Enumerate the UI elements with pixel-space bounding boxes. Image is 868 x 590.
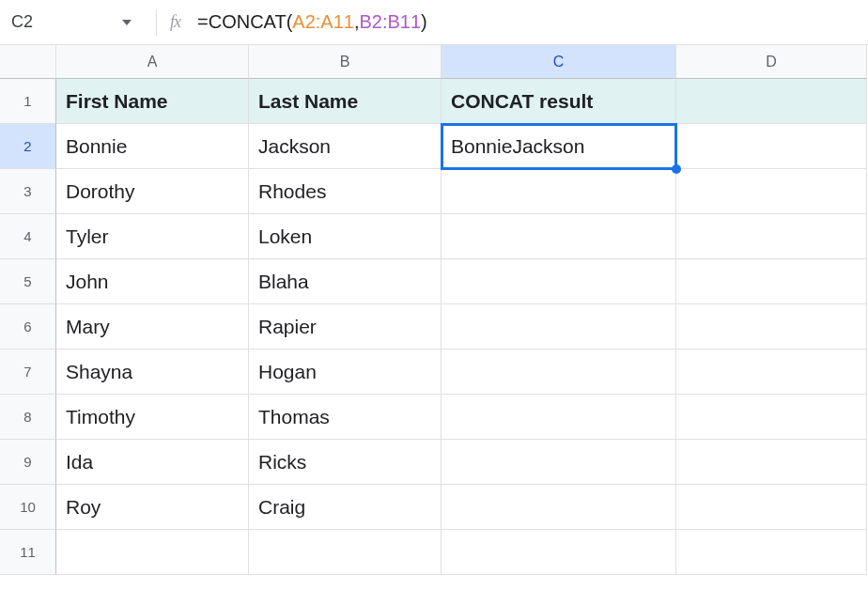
cell[interactable]: Hogan: [249, 349, 442, 395]
cell[interactable]: Ida: [56, 440, 249, 485]
row-header[interactable]: 4: [0, 214, 56, 259]
cell[interactable]: [442, 259, 676, 304]
fill-handle[interactable]: [672, 164, 681, 174]
cell[interactable]: Last Name: [249, 79, 442, 124]
cell[interactable]: Thomas: [249, 395, 442, 440]
cell[interactable]: Rapier: [249, 304, 442, 349]
cell[interactable]: [442, 304, 676, 349]
cell[interactable]: [442, 395, 676, 440]
cell[interactable]: [56, 530, 249, 575]
row-header[interactable]: 1: [0, 79, 56, 124]
cell[interactable]: [676, 214, 867, 259]
select-all-corner[interactable]: [0, 45, 56, 79]
row-header[interactable]: 7: [0, 349, 56, 395]
cell[interactable]: Shayna: [56, 349, 249, 395]
cell[interactable]: Timothy: [56, 395, 249, 440]
divider: [156, 9, 157, 36]
chevron-down-icon[interactable]: [122, 20, 132, 25]
cell[interactable]: [676, 440, 867, 485]
row-header[interactable]: 9: [0, 440, 56, 485]
cell[interactable]: Dorothy: [56, 169, 249, 214]
cell[interactable]: Rhodes: [249, 169, 442, 214]
formula-bar: C2 fx =CONCAT(A2:A11,B2:B11): [0, 0, 868, 45]
row-header[interactable]: 3: [0, 169, 56, 214]
cell[interactable]: [676, 304, 867, 349]
cell[interactable]: [676, 79, 867, 124]
row-header[interactable]: 8: [0, 395, 56, 440]
cell[interactable]: Loken: [249, 214, 442, 259]
cell[interactable]: Ricks: [249, 440, 442, 485]
cell[interactable]: [676, 169, 867, 214]
row-header[interactable]: 5: [0, 259, 56, 304]
cell[interactable]: CONCAT result: [442, 79, 676, 124]
cell[interactable]: [249, 530, 442, 575]
fx-icon: fx: [170, 12, 180, 32]
cell[interactable]: [442, 169, 676, 214]
cell[interactable]: Tyler: [56, 214, 249, 259]
cell[interactable]: [676, 349, 867, 395]
cell[interactable]: [676, 124, 867, 169]
cell[interactable]: Blaha: [249, 259, 442, 304]
row-header[interactable]: 2: [0, 124, 56, 169]
column-header-a[interactable]: A: [56, 45, 249, 79]
cell[interactable]: [676, 259, 867, 304]
column-header-d[interactable]: D: [676, 45, 867, 79]
cell[interactable]: [676, 485, 867, 530]
name-box-value: C2: [11, 12, 33, 32]
cell[interactable]: [442, 485, 676, 530]
row-header[interactable]: 11: [0, 530, 56, 575]
column-header-b[interactable]: B: [249, 45, 442, 79]
column-header-c[interactable]: C: [442, 45, 676, 79]
cell[interactable]: Craig: [249, 485, 442, 530]
cell[interactable]: [442, 214, 676, 259]
cell[interactable]: First Name: [56, 79, 249, 124]
cell[interactable]: BonnieJackson: [442, 124, 676, 169]
cell[interactable]: [676, 395, 867, 440]
formula-input[interactable]: =CONCAT(A2:A11,B2:B11): [197, 11, 860, 33]
cell[interactable]: Roy: [56, 485, 249, 530]
cell[interactable]: John: [56, 259, 249, 304]
cell[interactable]: Mary: [56, 304, 249, 349]
row-header[interactable]: 10: [0, 485, 56, 530]
cell[interactable]: [676, 530, 867, 575]
cell[interactable]: [442, 530, 676, 575]
name-box[interactable]: C2: [11, 12, 143, 32]
cell[interactable]: Bonnie: [56, 124, 249, 169]
cell[interactable]: [442, 349, 676, 395]
spreadsheet-grid[interactable]: ABCD1First NameLast NameCONCAT result2Bo…: [0, 45, 868, 575]
cell[interactable]: [442, 440, 676, 485]
cell[interactable]: Jackson: [249, 124, 442, 169]
row-header[interactable]: 6: [0, 304, 56, 349]
